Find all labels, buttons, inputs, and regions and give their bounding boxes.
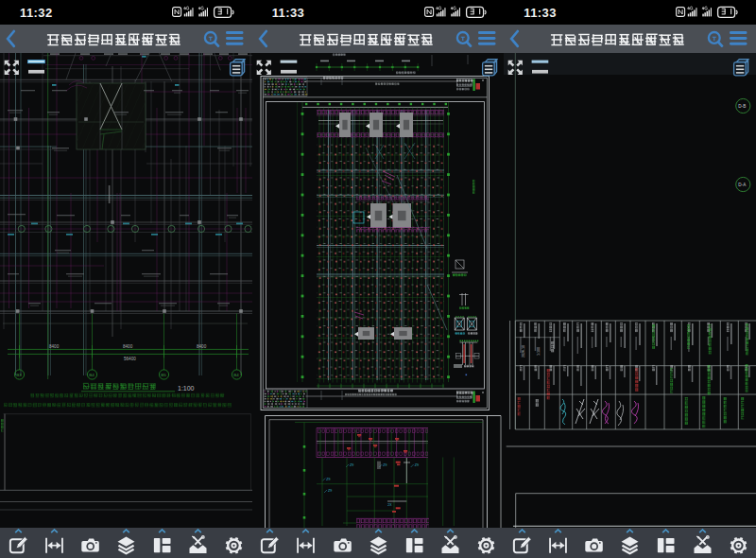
svg-text:8400: 8400 bbox=[123, 344, 133, 349]
svg-text:2X: 2X bbox=[387, 503, 392, 507]
svg-text:B3: B3 bbox=[16, 373, 22, 377]
svg-text:1:100: 1:100 bbox=[178, 385, 195, 392]
svg-text:B5: B5 bbox=[161, 373, 166, 377]
svg-text:8400: 8400 bbox=[49, 344, 60, 349]
svg-text:2026.10: 2026.10 bbox=[522, 345, 525, 357]
svg-text:D-B: D-B bbox=[739, 104, 747, 109]
svg-text:Z9: Z9 bbox=[350, 463, 353, 467]
svg-text:B4: B4 bbox=[89, 373, 94, 377]
svg-text:Z9: Z9 bbox=[328, 489, 332, 493]
svg-text:B4: B4 bbox=[233, 373, 239, 377]
svg-text:D-A: D-A bbox=[739, 183, 747, 187]
svg-text:1:100: 1:100 bbox=[537, 347, 541, 356]
svg-text:Z9: Z9 bbox=[326, 478, 330, 481]
svg-text:56400: 56400 bbox=[124, 357, 136, 361]
svg-text:Z9: Z9 bbox=[414, 463, 418, 467]
svg-text:8400: 8400 bbox=[197, 344, 207, 349]
svg-text:Z9: Z9 bbox=[383, 463, 387, 467]
